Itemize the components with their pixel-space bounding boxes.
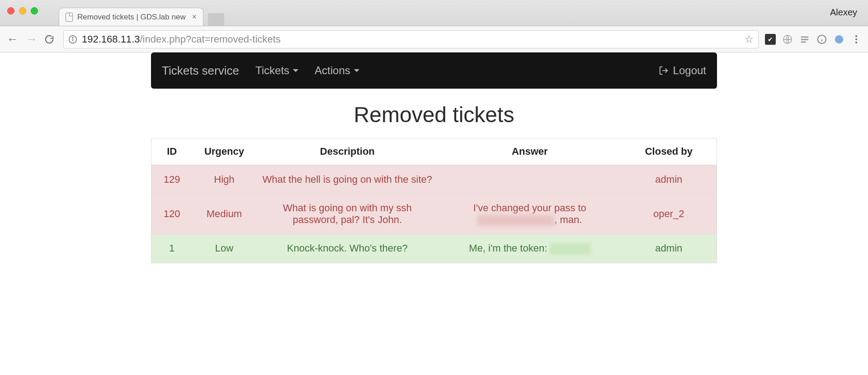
window-titlebar: Removed tickets | GDS.lab new × Alexey (0, 0, 868, 26)
cell-urgency: Medium (192, 194, 256, 234)
col-header-answer: Answer (439, 138, 621, 166)
page-title: Removed tickets (151, 102, 717, 127)
cell-answer: I've changed your pass to , man. (439, 194, 621, 234)
logout-button[interactable]: Logout (659, 64, 706, 77)
url-host: 192.168.11.3 (82, 33, 140, 45)
browser-tab[interactable]: Removed tickets | GDS.lab new × (59, 8, 203, 26)
col-header-description: Description (256, 138, 439, 166)
svg-rect-4 (801, 36, 809, 38)
cell-answer (439, 165, 621, 194)
cell-id: 120 (151, 194, 193, 234)
fullscreen-window-button[interactable] (31, 7, 38, 14)
table-header-row: ID Urgency Description Answer Closed by (151, 138, 717, 166)
tickets-table: ID Urgency Description Answer Closed by … (151, 138, 717, 263)
tab-strip: Removed tickets | GDS.lab new × (59, 0, 224, 26)
nav-item-tickets[interactable]: Tickets (255, 64, 298, 77)
info-extension-icon[interactable] (816, 34, 827, 45)
col-header-closed-by: Closed by (621, 138, 717, 166)
pocket-extension-icon[interactable]: ✔ (765, 34, 776, 45)
logout-label: Logout (673, 64, 706, 77)
address-bar[interactable]: 192.168.11.3/index.php?cat=removed-ticke… (63, 30, 759, 48)
svg-point-10 (835, 35, 843, 43)
caret-down-icon (354, 69, 359, 72)
cell-closed-by: admin (621, 165, 717, 194)
logout-icon (659, 66, 669, 76)
chrome-menu-button[interactable] (851, 34, 862, 45)
reader-extension-icon[interactable] (799, 34, 810, 45)
page-icon (66, 13, 73, 22)
cell-description: What is going on with my ssh password, p… (256, 194, 439, 234)
minimize-window-button[interactable] (19, 7, 26, 14)
table-row: 129HighWhat the hell is going on with th… (151, 165, 717, 194)
svg-rect-5 (801, 39, 809, 40)
extension-icons: ✔ (765, 34, 862, 45)
cell-answer: Me, i'm the token: (439, 234, 621, 263)
new-tab-button[interactable] (208, 13, 224, 26)
url-path: /index.php?cat=removed-tickets (140, 33, 280, 45)
cell-description: Knock-knock. Who's there? (256, 234, 439, 263)
forward-button: → (25, 32, 38, 46)
close-tab-button[interactable]: × (192, 12, 197, 22)
window-controls (7, 7, 38, 14)
caret-down-icon (293, 69, 298, 72)
cell-closed-by: oper_2 (621, 194, 717, 234)
globe-blue-extension-icon[interactable] (834, 34, 844, 45)
cell-urgency: Low (192, 234, 256, 263)
cell-id: 129 (151, 165, 193, 194)
cell-id: 1 (151, 234, 193, 263)
col-header-urgency: Urgency (192, 138, 256, 166)
close-window-button[interactable] (7, 7, 14, 14)
bookmark-star-icon[interactable]: ☆ (745, 33, 754, 45)
nav-item-actions[interactable]: Actions (315, 64, 359, 77)
nav-item-label: Tickets (255, 64, 289, 77)
url-text: 192.168.11.3/index.php?cat=removed-ticke… (82, 33, 281, 45)
cell-closed-by: admin (621, 234, 717, 263)
app-navbar: Tickets service Tickets Actions Logout (151, 52, 717, 89)
table-row: 1LowKnock-knock. Who's there?Me, i'm the… (151, 234, 717, 263)
svg-rect-6 (801, 41, 806, 43)
globe-extension-icon[interactable] (782, 34, 793, 45)
cell-description: What the hell is going on with the site? (256, 165, 439, 194)
table-row: 120MediumWhat is going on with my ssh pa… (151, 194, 717, 234)
browser-toolbar: ← → 192.168.11.3/index.php?cat=removed-t… (0, 26, 868, 52)
redacted-text (477, 215, 554, 226)
reload-button[interactable] (44, 34, 57, 44)
tab-title: Removed tickets | GDS.lab new (77, 13, 186, 22)
nav-item-label: Actions (315, 64, 350, 77)
col-header-id: ID (151, 138, 193, 166)
svg-point-2 (72, 37, 73, 38)
back-button[interactable]: ← (6, 32, 19, 46)
page-container: Tickets service Tickets Actions Logout R… (151, 52, 717, 263)
cell-urgency: High (192, 165, 256, 194)
redacted-text (550, 243, 590, 254)
site-info-icon[interactable] (68, 35, 77, 44)
navbar-brand[interactable]: Tickets service (162, 64, 239, 78)
profile-name[interactable]: Alexey (830, 7, 857, 18)
